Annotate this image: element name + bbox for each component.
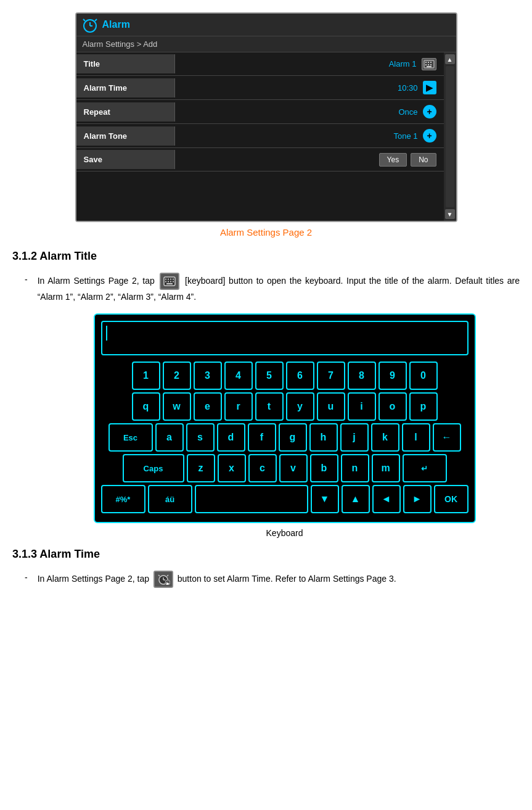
svg-rect-10 xyxy=(428,64,429,65)
repeat-value: Once + xyxy=(175,100,444,123)
kb-key-q[interactable]: q xyxy=(132,392,160,421)
screenshot-alarm-settings-page2: Alarm Alarm Settings > Add Title Alarm 1 xyxy=(12,12,520,222)
kb-key-z[interactable]: z xyxy=(187,454,215,482)
kb-key-0[interactable]: 0 xyxy=(409,362,438,390)
kb-row-zxcv: Caps z x c v b n m ↵ xyxy=(101,454,469,482)
kb-key-enter[interactable]: ↵ xyxy=(403,454,447,482)
settings-screenshot: Alarm Alarm Settings > Add Title Alarm 1 xyxy=(75,12,457,222)
kb-key-ok[interactable]: OK xyxy=(434,485,469,513)
keyboard-button[interactable] xyxy=(422,58,436,70)
alarm-time-value: 10:30 ▶ xyxy=(175,76,444,99)
kb-key-j[interactable]: j xyxy=(340,423,369,452)
svg-line-26 xyxy=(158,575,160,576)
save-yes-button[interactable]: Yes xyxy=(379,153,407,167)
svg-rect-17 xyxy=(173,279,174,280)
scroll-up-btn[interactable]: ▲ xyxy=(445,54,455,64)
kb-key-u[interactable]: u xyxy=(317,392,345,421)
title-label: Title xyxy=(76,54,175,73)
svg-line-4 xyxy=(95,19,97,21)
kb-key-s[interactable]: s xyxy=(186,423,215,452)
alarm-tone-text: Tone 1 xyxy=(393,131,417,141)
kb-key-i[interactable]: i xyxy=(348,392,376,421)
kb-key-symbols[interactable]: #%* xyxy=(101,485,145,513)
title-row: Title Alarm 1 xyxy=(76,52,444,76)
kb-key-accents[interactable]: áü xyxy=(148,485,192,513)
kb-key-1[interactable]: 1 xyxy=(132,362,160,390)
keyboard-caption: Keyboard xyxy=(266,528,303,538)
repeat-row: Repeat Once + xyxy=(76,100,444,124)
settings-rows: Title Alarm 1 xyxy=(76,52,444,221)
keyboard-input-area[interactable] xyxy=(101,321,469,355)
kb-key-g[interactable]: g xyxy=(279,423,307,452)
kb-key-nav-up[interactable]: ▲ xyxy=(342,485,370,513)
alarm-tone-row: Alarm Tone Tone 1 + xyxy=(76,124,444,148)
kb-key-b[interactable]: b xyxy=(310,454,338,482)
scroll-down-btn[interactable]: ▼ xyxy=(445,209,455,219)
svg-rect-15 xyxy=(168,279,169,280)
kb-key-space[interactable] xyxy=(195,485,308,513)
kb-key-nav-left[interactable]: ◄ xyxy=(372,485,401,513)
breadcrumb: Alarm Settings > Add xyxy=(76,36,456,52)
svg-rect-22 xyxy=(166,283,173,284)
kb-key-4[interactable]: 4 xyxy=(224,362,253,390)
save-no-button[interactable]: No xyxy=(411,153,436,167)
kb-key-t[interactable]: t xyxy=(255,392,284,421)
svg-rect-14 xyxy=(165,279,166,280)
kb-key-h[interactable]: h xyxy=(309,423,338,452)
title-value: Alarm 1 xyxy=(175,53,444,75)
bullet-dash-312: - xyxy=(25,273,28,304)
kb-key-l[interactable]: l xyxy=(402,423,430,452)
kb-key-5[interactable]: 5 xyxy=(255,362,284,390)
kb-key-2[interactable]: 2 xyxy=(163,362,191,390)
svg-rect-7 xyxy=(428,62,429,63)
kb-key-m[interactable]: m xyxy=(372,454,400,482)
alarm-tone-btn[interactable]: + xyxy=(423,129,436,143)
kb-key-k[interactable]: k xyxy=(371,423,399,452)
kb-key-w[interactable]: w xyxy=(163,392,191,421)
kb-key-n[interactable]: n xyxy=(341,454,369,482)
svg-rect-19 xyxy=(168,281,169,283)
kb-key-a[interactable]: a xyxy=(155,423,184,452)
alarm-time-btn[interactable]: ▶ xyxy=(423,81,436,94)
section-312-bullet: - In Alarm Settings Page 2, tap [keyboar… xyxy=(25,273,520,304)
svg-line-27 xyxy=(167,575,168,576)
screenshot-app-title: Alarm xyxy=(102,19,130,30)
kb-key-backspace[interactable]: ← xyxy=(433,423,461,452)
kb-key-e[interactable]: e xyxy=(194,392,222,421)
kb-key-f[interactable]: f xyxy=(248,423,276,452)
kb-key-7[interactable]: 7 xyxy=(317,362,345,390)
alarm-time-text: 10:30 xyxy=(398,83,418,93)
kb-key-6[interactable]: 6 xyxy=(286,362,314,390)
kb-key-nav-right[interactable]: ► xyxy=(403,485,432,513)
svg-rect-12 xyxy=(427,66,432,67)
kb-key-r[interactable]: r xyxy=(224,392,253,421)
kb-key-caps[interactable]: Caps xyxy=(123,454,184,482)
caption-page2: Alarm Settings Page 2 xyxy=(12,227,520,238)
save-label: Save xyxy=(76,150,175,169)
kb-key-v[interactable]: v xyxy=(279,454,308,482)
kb-row-qwerty: q w e r t y u i o p xyxy=(101,392,469,421)
alarm-icon xyxy=(81,16,99,33)
kb-key-nav-down[interactable]: ▼ xyxy=(311,485,339,513)
screenshot-header: Alarm xyxy=(76,14,456,36)
kb-key-x[interactable]: x xyxy=(218,454,246,482)
repeat-text: Once xyxy=(398,107,417,117)
screenshot-body: Title Alarm 1 xyxy=(76,52,456,221)
kb-key-y[interactable]: y xyxy=(286,392,314,421)
kb-key-d[interactable]: d xyxy=(217,423,245,452)
kb-key-3[interactable]: 3 xyxy=(194,362,222,390)
alarm-tone-label: Alarm Tone xyxy=(76,126,175,146)
svg-rect-18 xyxy=(165,281,166,283)
kb-key-c[interactable]: c xyxy=(248,454,277,482)
svg-rect-11 xyxy=(430,64,432,65)
svg-rect-8 xyxy=(430,62,432,63)
kb-key-esc[interactable]: Esc xyxy=(108,423,153,452)
kb-key-8[interactable]: 8 xyxy=(348,362,376,390)
kb-key-p[interactable]: p xyxy=(409,392,438,421)
repeat-btn[interactable]: + xyxy=(423,105,436,118)
kb-key-9[interactable]: 9 xyxy=(379,362,407,390)
kb-key-o[interactable]: o xyxy=(379,392,407,421)
scroll-track xyxy=(446,66,454,207)
kb-row-special: #%* áü ▼ ▲ ◄ ► OK xyxy=(101,485,469,513)
keyboard-inline-icon xyxy=(160,273,179,290)
